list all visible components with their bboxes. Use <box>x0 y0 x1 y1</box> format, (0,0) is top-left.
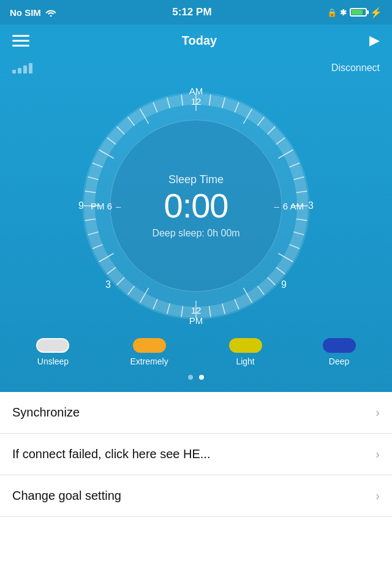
dot-1[interactable] <box>188 375 193 380</box>
signal-bars <box>12 63 32 74</box>
carrier-label: No SIM <box>10 7 41 18</box>
battery-indicator <box>350 8 367 17</box>
extremely-pill <box>133 338 166 353</box>
connect-failed-item[interactable]: If connect failed, click here see HE... … <box>0 434 392 475</box>
change-goal-item[interactable]: Change goal setting › <box>0 475 392 517</box>
nav-next-arrow[interactable]: ▶ <box>369 32 380 48</box>
label-9-left: 9 <box>78 200 84 211</box>
legend-deep: Deep <box>323 338 356 366</box>
legend-light: Light <box>229 338 262 366</box>
label-3-right: 3 <box>308 200 314 211</box>
hamburger-menu[interactable] <box>12 35 29 47</box>
change-goal-chevron: › <box>375 489 380 503</box>
unsleep-label: Unsleep <box>37 356 69 366</box>
main-sleep-area: Disconnect AM 12 3 9 <box>0 56 392 392</box>
deep-pill <box>323 338 356 353</box>
synchronize-item[interactable]: Synchronize › <box>0 392 392 434</box>
sleep-time-value: 0:00 <box>152 189 239 223</box>
clock-outer: AM 12 3 9 3 9 12 PM PM 6 – – <box>74 83 318 328</box>
pm6-label: PM 6 – <box>91 201 121 211</box>
wifi-icon <box>45 8 57 17</box>
synchronize-label: Synchronize <box>12 405 80 420</box>
connect-failed-label: If connect failed, click here see HE... <box>12 447 211 461</box>
extremely-label: Extremely <box>130 356 168 366</box>
signal-bar-2 <box>18 68 21 74</box>
top-nav: Today ▶ <box>0 24 392 56</box>
am-label: AM 12 <box>189 86 203 107</box>
change-goal-label: Change goal setting <box>12 489 121 503</box>
nav-title: Today <box>182 34 217 48</box>
signal-bar-3 <box>23 66 27 74</box>
status-time: 5:12 PM <box>172 6 211 18</box>
clock-container: AM 12 3 9 3 9 12 PM PM 6 – – <box>0 77 392 334</box>
deep-sleep-label: Deep sleep: 0h 00m <box>152 228 239 239</box>
pm-label: 12 PM <box>189 305 203 326</box>
signal-bar-1 <box>12 70 16 74</box>
am6-label: – 6 AM <box>274 201 304 211</box>
label-3-bottom: 3 <box>105 279 111 290</box>
charging-icon: ⚡ <box>370 7 382 18</box>
sleep-time-label: Sleep Time <box>152 173 239 186</box>
page-dots <box>0 370 392 382</box>
menu-list: Synchronize › If connect failed, click h… <box>0 392 392 517</box>
legend-unsleep: Unsleep <box>36 338 69 366</box>
status-bar: No SIM 5:12 PM 🔒 ✱ ⚡ <box>0 0 392 24</box>
light-label: Light <box>236 356 254 366</box>
status-left: No SIM <box>10 7 57 18</box>
dot-2[interactable] <box>199 375 204 380</box>
deep-label: Deep <box>329 356 349 366</box>
label-9-bottom: 9 <box>281 279 287 290</box>
signal-disconnect-row: Disconnect <box>0 62 392 77</box>
disconnect-button[interactable]: Disconnect <box>331 62 380 74</box>
unsleep-pill <box>36 338 69 353</box>
clock-inner: Sleep Time 0:00 Deep sleep: 0h 00m <box>152 173 239 239</box>
connect-failed-chevron: › <box>375 447 380 461</box>
status-right: 🔒 ✱ ⚡ <box>327 7 382 18</box>
bluetooth-icon: ✱ <box>340 8 347 17</box>
signal-bar-4 <box>29 63 32 74</box>
synchronize-chevron: › <box>375 405 380 420</box>
legend-extremely: Extremely <box>130 338 168 366</box>
sleep-legend: Unsleep Extremely Light Deep <box>0 334 392 370</box>
svg-point-0 <box>50 15 51 17</box>
light-pill <box>229 338 262 353</box>
lock-icon: 🔒 <box>327 8 337 17</box>
